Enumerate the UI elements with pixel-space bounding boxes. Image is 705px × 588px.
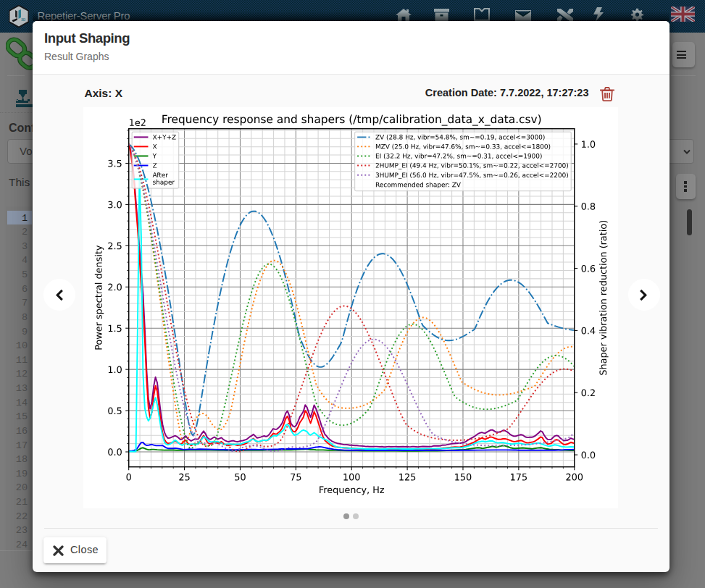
svg-text:3D: 3D xyxy=(21,17,26,22)
